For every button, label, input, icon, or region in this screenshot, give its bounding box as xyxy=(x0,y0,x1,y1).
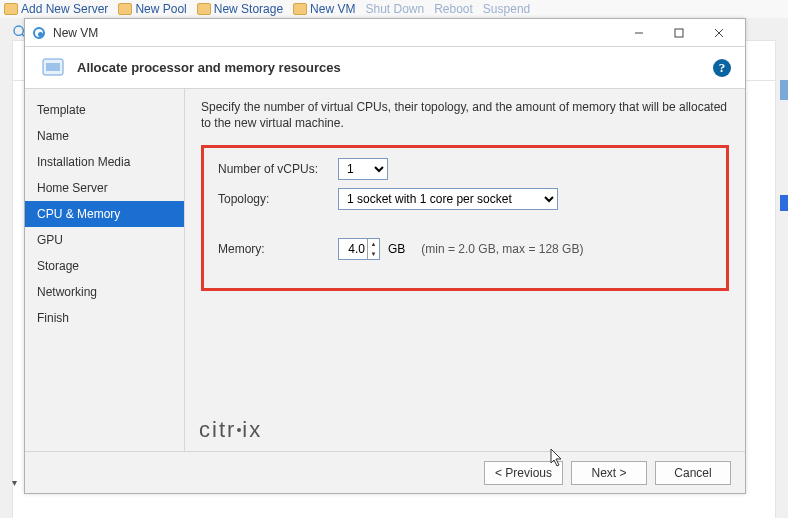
new-vm-dialog: New VM Allocate processor and memory res… xyxy=(24,18,746,494)
nav-installation-media[interactable]: Installation Media xyxy=(25,149,184,175)
nav-gpu[interactable]: GPU xyxy=(25,227,184,253)
nav-networking[interactable]: Networking xyxy=(25,279,184,305)
bg-item: New Storage xyxy=(214,2,283,16)
brand-char: i xyxy=(242,417,249,442)
bg-item: New Pool xyxy=(135,2,186,16)
next-button[interactable]: Next > xyxy=(571,461,647,485)
bg-item: Add New Server xyxy=(21,2,108,16)
svg-point-0 xyxy=(14,26,23,35)
wizard-footer: < Previous Next > Cancel xyxy=(25,451,745,493)
cancel-button[interactable]: Cancel xyxy=(655,461,731,485)
page-title: Allocate processor and memory resources xyxy=(77,60,341,75)
memory-spinner[interactable]: ▲ ▼ xyxy=(338,238,380,260)
highlight-annotation: Number of vCPUs: 1 Topology: 1 socket wi… xyxy=(201,145,729,291)
wizard-nav: Template Name Installation Media Home Se… xyxy=(25,89,185,451)
memory-hint: (min = 2.0 GB, max = 128 GB) xyxy=(421,242,583,256)
bg-item: Shut Down xyxy=(365,2,424,16)
memory-label: Memory: xyxy=(218,242,338,256)
nav-cpu-memory[interactable]: CPU & Memory xyxy=(25,201,184,227)
nav-template[interactable]: Template xyxy=(25,97,184,123)
help-icon[interactable]: ? xyxy=(713,59,731,77)
bg-item: Reboot xyxy=(434,2,473,16)
spinner-up-icon[interactable]: ▲ xyxy=(368,239,379,249)
svg-rect-3 xyxy=(675,29,683,37)
nav-storage[interactable]: Storage xyxy=(25,253,184,279)
bg-accent xyxy=(780,80,788,100)
title-bar: New VM xyxy=(25,19,745,47)
close-button[interactable] xyxy=(699,20,739,46)
spinner-down-icon[interactable]: ▼ xyxy=(368,249,379,259)
vcpus-select[interactable]: 1 xyxy=(338,158,388,180)
memory-unit: GB xyxy=(388,242,405,256)
nav-name[interactable]: Name xyxy=(25,123,184,149)
nav-finish[interactable]: Finish xyxy=(25,305,184,331)
bg-item: New VM xyxy=(310,2,355,16)
wizard-header: Allocate processor and memory resources … xyxy=(25,47,745,89)
window-title: New VM xyxy=(53,26,98,40)
vcpus-label: Number of vCPUs: xyxy=(218,162,338,176)
minimize-button[interactable] xyxy=(619,20,659,46)
app-icon xyxy=(31,25,47,41)
topology-label: Topology: xyxy=(218,192,338,206)
previous-button[interactable]: < Previous xyxy=(484,461,563,485)
citrix-logo: citrix xyxy=(199,417,262,443)
nav-home-server[interactable]: Home Server xyxy=(25,175,184,201)
content-pane: Specify the number of virtual CPUs, thei… xyxy=(185,89,745,451)
wizard-icon xyxy=(39,54,67,82)
brand-dot-icon xyxy=(237,428,241,432)
memory-input[interactable] xyxy=(339,239,367,259)
bg-caret-icon: ▾ xyxy=(12,477,17,488)
description-text: Specify the number of virtual CPUs, thei… xyxy=(201,99,729,131)
svg-rect-7 xyxy=(46,63,60,71)
topology-select[interactable]: 1 socket with 1 core per socket xyxy=(338,188,558,210)
bg-item: Suspend xyxy=(483,2,530,16)
maximize-button[interactable] xyxy=(659,20,699,46)
brand-char: i xyxy=(212,417,219,442)
background-toolbar: Add New Server New Pool New Storage New … xyxy=(0,0,788,18)
bg-accent xyxy=(780,195,788,211)
